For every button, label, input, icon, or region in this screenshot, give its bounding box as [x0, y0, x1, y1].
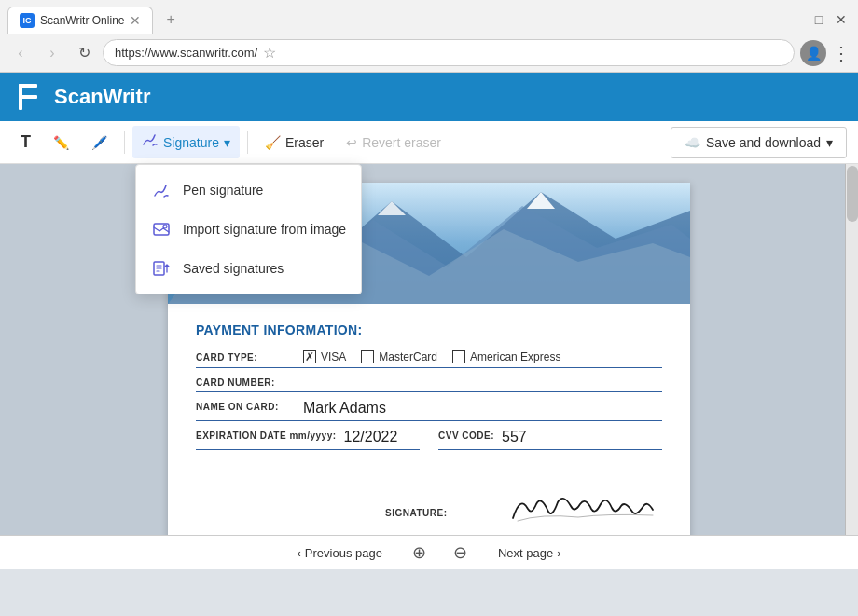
bookmark-icon[interactable]: ☆ [263, 44, 276, 62]
amex-checkbox[interactable] [452, 350, 465, 363]
import-signature-icon [151, 219, 172, 240]
browser-toolbar: ‹ › ↻ https://www.scanwritr.com/ ☆ 👤 ⋮ [0, 34, 858, 72]
mastercard-label: MasterCard [379, 350, 437, 363]
expiration-col: EXPIRATION DATE mm/yyyy: 12/2022 [196, 429, 420, 458]
svg-point-4 [163, 225, 167, 228]
card-type-options: ✗ VISA MasterCard American Express [303, 350, 560, 363]
svg-rect-1 [19, 84, 37, 88]
browser-chrome: IC ScanWritr Online ✕ + – □ ✕ ‹ › ↻ http… [0, 0, 858, 73]
app-toolbar: T ✏️ 🖊️ Signature ▾ 🧹 Eraser ↩ Revert er… [0, 121, 858, 164]
signature-button[interactable]: Signature ▾ [132, 126, 240, 158]
import-signature-item[interactable]: Import signature from image [136, 210, 361, 249]
expiration-row: EXPIRATION DATE mm/yyyy: 12/2022 [196, 429, 420, 450]
tab-close-icon[interactable]: ✕ [130, 13, 141, 28]
next-page-label: Next page [498, 546, 553, 560]
prev-page-arrow: ‹ [297, 546, 300, 560]
scrollbar[interactable] [845, 164, 858, 535]
svg-rect-2 [19, 95, 37, 99]
saved-signatures-icon [151, 258, 172, 279]
signature-dropdown-arrow: ▾ [224, 135, 230, 150]
app-name: ScanWritr [54, 85, 151, 109]
cvv-row: CVV CODE: 557 [438, 429, 662, 450]
eraser-button[interactable]: 🧹 Eraser [256, 130, 333, 156]
revert-btn-label: Revert eraser [362, 135, 441, 150]
tab-favicon: IC [20, 13, 35, 28]
pen-tool-button[interactable]: ✏️ [44, 130, 78, 156]
card-type-label: CARD TYPE: [196, 350, 303, 363]
cvv-label: CVV CODE: [438, 429, 494, 441]
highlight-icon: 🖊️ [91, 135, 107, 150]
zoom-out-button[interactable]: ⊖ [448, 540, 474, 566]
close-icon[interactable]: ✕ [832, 10, 851, 29]
browser-titlebar: IC ScanWritr Online ✕ + – □ ✕ [0, 0, 858, 34]
amex-option: American Express [452, 350, 560, 363]
forward-button[interactable]: › [39, 40, 65, 66]
card-number-row: CARD NUMBER: [196, 376, 662, 392]
amex-label: American Express [470, 350, 560, 363]
bottom-bar: ‹ Previous page ⊕ ⊖ Next page › [0, 535, 858, 569]
address-bar[interactable]: https://www.scanwritr.com/ ☆ [103, 39, 795, 66]
expiration-value: 12/2022 [344, 429, 420, 445]
signature-inner: SIGNATURE: [385, 486, 662, 535]
revert-icon: ↩ [346, 135, 357, 150]
name-on-card-label: NAME ON CARD: [196, 400, 303, 412]
pen-signature-item[interactable]: Pen signature [136, 171, 361, 210]
minimize-icon[interactable]: – [787, 10, 806, 29]
text-tool-button[interactable]: T [11, 127, 40, 157]
main-content-area: PAYMENT INFORMATION: CARD TYPE: ✗ VISA M… [0, 164, 858, 535]
name-on-card-value: Mark Adams [303, 400, 662, 417]
name-on-card-row: NAME ON CARD: Mark Adams [196, 400, 662, 421]
cloud-upload-icon: ☁️ [685, 135, 700, 150]
back-button[interactable]: ‹ [7, 40, 34, 66]
refresh-button[interactable]: ↻ [71, 40, 97, 66]
revert-eraser-button[interactable]: ↩ Revert eraser [337, 130, 450, 156]
expiration-cvv-row: EXPIRATION DATE mm/yyyy: 12/2022 CVV COD… [196, 429, 662, 458]
next-page-arrow: › [557, 546, 560, 560]
zoom-in-icon: ⊕ [412, 542, 426, 563]
window-controls: – □ ✕ [787, 10, 851, 29]
saved-signatures-label: Saved signatures [183, 261, 284, 276]
signature-btn-label: Signature [163, 135, 219, 150]
cvv-col: CVV CODE: 557 [438, 429, 662, 458]
user-avatar[interactable]: 👤 [800, 40, 826, 66]
mastercard-checkbox[interactable] [361, 350, 374, 363]
signature-label: SIGNATURE: [385, 506, 492, 518]
prev-page-label: Previous page [305, 546, 382, 560]
new-tab-icon[interactable]: + [160, 6, 180, 34]
pen-icon: ✏️ [53, 135, 69, 150]
signature-dropdown-menu: Pen signature Import signature from imag… [135, 164, 362, 294]
card-number-label: CARD NUMBER: [196, 376, 303, 388]
app-logo: ScanWritr [15, 82, 151, 112]
zoom-in-button[interactable]: ⊕ [407, 540, 433, 566]
address-bar-url: https://www.scanwritr.com/ [115, 46, 257, 60]
logo-icon [15, 82, 45, 112]
zoom-out-icon: ⊖ [453, 542, 467, 563]
toolbar-separator-2 [247, 131, 248, 154]
visa-checkbox[interactable]: ✗ [303, 350, 316, 363]
next-page-button[interactable]: Next page › [489, 542, 571, 564]
signature-icon [142, 131, 159, 153]
save-download-button[interactable]: ☁️ Save and download ▾ [671, 127, 847, 158]
tab-title: ScanWritr Online [40, 14, 124, 27]
saved-signatures-item[interactable]: Saved signatures [136, 249, 361, 288]
browser-tab[interactable]: IC ScanWritr Online ✕ [7, 7, 153, 34]
import-signature-label: Import signature from image [183, 222, 346, 237]
card-type-row: CARD TYPE: ✗ VISA MasterCard American Ex… [196, 350, 662, 368]
maximize-icon[interactable]: □ [810, 10, 828, 29]
visa-option: ✗ VISA [303, 350, 346, 363]
prev-page-button[interactable]: ‹ Previous page [287, 542, 391, 564]
scrollbar-thumb[interactable] [847, 166, 858, 222]
doc-body: PAYMENT INFORMATION: CARD TYPE: ✗ VISA M… [168, 304, 690, 535]
expiration-label: EXPIRATION DATE mm/yyyy: [196, 429, 337, 441]
highlight-tool-button[interactable]: 🖊️ [82, 130, 117, 156]
toolbar-separator-1 [124, 131, 125, 154]
text-tool-icon: T [21, 132, 31, 152]
signature-section: SIGNATURE: [196, 486, 662, 535]
payment-title: PAYMENT INFORMATION: [196, 322, 662, 337]
signature-area [504, 486, 662, 535]
save-dropdown-arrow: ▾ [826, 135, 833, 150]
app-header: ScanWritr [0, 73, 858, 121]
browser-menu-icon[interactable]: ⋮ [832, 42, 851, 64]
pen-signature-label: Pen signature [183, 183, 263, 198]
save-download-label: Save and download [706, 135, 821, 150]
